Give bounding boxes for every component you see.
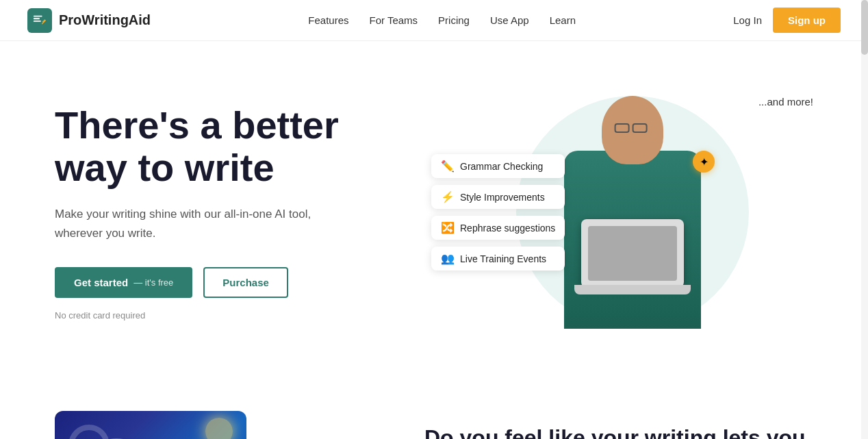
get-started-button[interactable]: Get started — it's free xyxy=(55,267,192,298)
section-second: My idea in my head Do you feel like your… xyxy=(0,370,868,439)
hero-left: There's a better way to write Make your … xyxy=(55,104,438,321)
grammar-icon: ✏️ xyxy=(441,160,455,173)
page-scrollbar[interactable] xyxy=(861,0,868,439)
pill-training: 👥 Live Training Events xyxy=(431,247,565,271)
svg-rect-0 xyxy=(34,15,42,16)
brand-name: ProWritingAid xyxy=(59,12,151,28)
nav-features[interactable]: Features xyxy=(308,14,348,26)
hero-subtitle: Make your writing shine with our all-in-… xyxy=(55,205,342,242)
style-icon: ⚡ xyxy=(441,190,455,203)
nav-for-teams[interactable]: For Teams xyxy=(370,14,418,26)
navbar: ProWritingAid Features For Teams Pricing… xyxy=(0,0,868,41)
logo-link[interactable]: ProWritingAid xyxy=(27,8,151,33)
pill-style: ⚡ Style Improvements xyxy=(431,185,565,209)
hero-right: ✦ ✏️ Grammar Checking ⚡ Style Improvemen… xyxy=(438,82,827,342)
purchase-button[interactable]: Purchase xyxy=(203,267,288,298)
section-second-right: Do you feel like your writing lets you d… xyxy=(424,411,813,439)
more-label: ...and more! xyxy=(758,96,813,108)
rephrase-icon: 🔀 xyxy=(441,221,455,234)
login-button[interactable]: Log In xyxy=(733,14,762,26)
scrollbar-thumb[interactable] xyxy=(861,0,868,55)
svg-rect-1 xyxy=(34,18,40,19)
hero-title: There's a better way to write xyxy=(55,104,438,188)
logo-icon xyxy=(27,8,52,33)
artwork-stack: My idea in my head xyxy=(55,411,315,439)
free-label: — it's free xyxy=(133,277,173,288)
feature-pills: ✏️ Grammar Checking ⚡ Style Improvements… xyxy=(431,154,565,271)
nav-use-app[interactable]: Use App xyxy=(490,14,529,26)
nav-pricing[interactable]: Pricing xyxy=(438,14,470,26)
nav-actions: Log In Sign up xyxy=(733,8,841,33)
svg-rect-2 xyxy=(34,21,41,22)
section-artwork: My idea in my head xyxy=(55,411,383,439)
section-title: Do you feel like your writing lets you d… xyxy=(424,425,813,439)
signup-button[interactable]: Sign up xyxy=(773,8,841,33)
pill-grammar: ✏️ Grammar Checking xyxy=(431,154,565,178)
nav-learn[interactable]: Learn xyxy=(550,14,576,26)
hero-note: No credit card required xyxy=(55,310,438,321)
training-icon: 👥 xyxy=(441,252,455,265)
nav-links: Features For Teams Pricing Use App Learn xyxy=(308,14,576,26)
sparkle-decoration: ✦ xyxy=(693,151,715,173)
pill-rephrase: 🔀 Rephrase suggestions xyxy=(431,216,565,240)
artwork-bg xyxy=(55,411,246,439)
hero-buttons: Get started — it's free Purchase xyxy=(55,267,438,298)
hero-section: There's a better way to write Make your … xyxy=(0,41,868,370)
